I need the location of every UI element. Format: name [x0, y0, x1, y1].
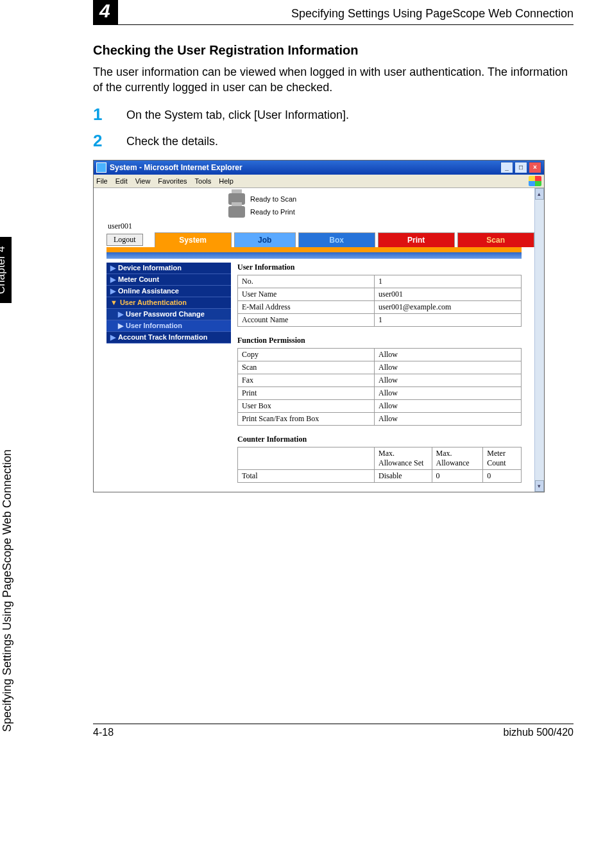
maximize-button[interactable]: □	[514, 162, 527, 173]
scrollbar[interactable]: ▴ ▾	[534, 188, 544, 492]
scroll-up-button[interactable]: ▴	[535, 188, 544, 200]
tab-print[interactable]: Print	[378, 232, 455, 247]
logout-button[interactable]: Logout	[106, 234, 143, 246]
menu-help[interactable]: Help	[219, 177, 234, 185]
tab-scan[interactable]: Scan	[457, 232, 534, 247]
status-print: Ready to Print	[250, 208, 295, 216]
chapter-header: 4 Specifying Settings Using PageScope We…	[93, 0, 574, 25]
nav-meter-count[interactable]: ▶Meter Count	[106, 274, 231, 286]
nav-user-authentication[interactable]: ▼User Authentication	[106, 297, 231, 309]
step-2-text: Check the details.	[126, 131, 218, 151]
tab-job[interactable]: Job	[234, 232, 296, 247]
function-permission-heading: Function Permission	[237, 336, 522, 345]
step-1-text: On the System tab, click [User Informati…	[126, 105, 349, 125]
scroll-down-button[interactable]: ▾	[535, 480, 544, 492]
status-row-2: Ready to Print	[94, 205, 534, 218]
tab-system[interactable]: System	[155, 232, 232, 247]
step-2: 2 Check the details.	[93, 131, 574, 151]
screenshot-window: System - Microsoft Internet Explorer _ □…	[93, 160, 545, 492]
menu-edit[interactable]: Edit	[115, 177, 128, 185]
minimize-button[interactable]: _	[500, 162, 513, 173]
nav-device-information[interactable]: ▶Device Information	[106, 263, 231, 274]
side-nav: ▶Device Information ▶Meter Count ▶Online…	[106, 263, 231, 483]
ie-icon	[96, 162, 106, 173]
chapter-number: 4	[93, 0, 118, 24]
windows-logo-icon	[529, 176, 541, 186]
counter-information-heading: Counter Information	[237, 435, 522, 444]
content-pane: User Information No.1 User Nameuser001 E…	[237, 263, 522, 483]
side-chapter-label: Chapter 4	[0, 237, 12, 303]
window-titlebar: System - Microsoft Internet Explorer _ □…	[94, 161, 544, 175]
counter-information-table: Max. Allowance Set Max. Allowance Meter …	[237, 447, 522, 483]
section-heading: Checking the User Registration Informati…	[93, 43, 574, 58]
nav-online-assistance[interactable]: ▶Online Assistance	[106, 286, 231, 297]
footer-page-number: 4-18	[93, 727, 114, 738]
current-user-label: user001	[94, 218, 534, 232]
function-permission-table: CopyAllow ScanAllow FaxAllow PrintAllow …	[237, 348, 522, 426]
tab-box[interactable]: Box	[298, 232, 375, 247]
side-running-title: Specifying Settings Using PageScope Web …	[1, 449, 14, 732]
status-row: Ready to Scan	[94, 188, 534, 205]
page-footer: 4-18 bizhub 500/420	[93, 724, 574, 738]
menu-tools[interactable]: Tools	[195, 177, 212, 185]
menu-view[interactable]: View	[135, 177, 151, 185]
footer-model: bizhub 500/420	[504, 727, 574, 738]
step-1-number: 1	[93, 105, 110, 125]
user-information-table: No.1 User Nameuser001 E-Mail Addressuser…	[237, 275, 522, 327]
step-1: 1 On the System tab, click [User Informa…	[93, 105, 574, 125]
printer-icon	[228, 206, 245, 218]
status-scan: Ready to Scan	[250, 195, 296, 203]
chapter-title: Specifying Settings Using PageScope Web …	[291, 7, 574, 21]
side-tab: Chapter 4 Specifying Settings Using Page…	[14, 282, 33, 732]
menu-favorites[interactable]: Favorites	[158, 177, 187, 185]
window-title: System - Microsoft Internet Explorer	[110, 163, 242, 172]
nav-user-information[interactable]: ▶User Information	[106, 320, 231, 332]
step-2-number: 2	[93, 131, 110, 151]
close-button[interactable]: ×	[529, 162, 541, 173]
user-information-heading: User Information	[237, 263, 522, 272]
nav-account-track-information[interactable]: ▶Account Track Information	[106, 332, 231, 343]
section-paragraph: The user information can be viewed when …	[93, 64, 574, 96]
nav-user-password-change[interactable]: ▶User Password Change	[106, 309, 231, 320]
menu-file[interactable]: File	[96, 177, 108, 185]
menu-bar: File Edit View Favorites Tools Help	[94, 175, 544, 188]
